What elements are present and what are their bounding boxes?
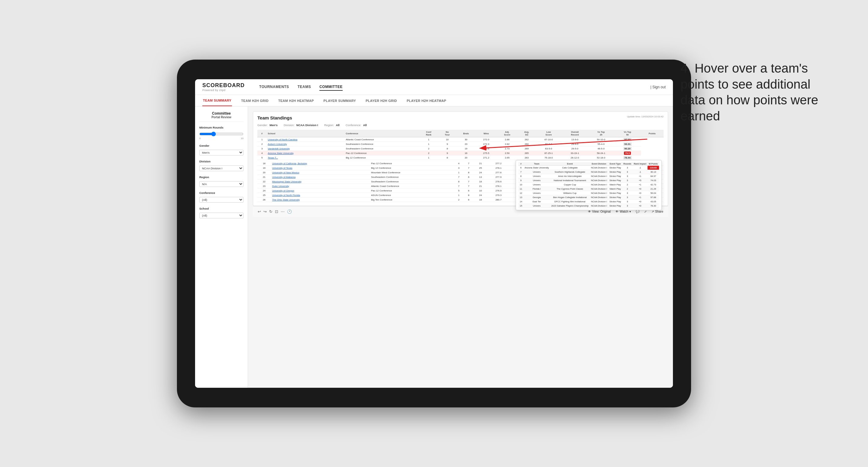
col-vs-top25: Vs Top25 (588, 130, 614, 137)
col-points: Points (641, 130, 663, 137)
sidebar-label-division: Division (199, 160, 244, 163)
col-rank: # (257, 130, 267, 137)
sub-nav-team-h2h-grid[interactable]: TEAM H2H GRID (241, 95, 269, 106)
refresh-icon[interactable]: ↻ (269, 209, 273, 214)
more-icon[interactable]: ⋯ (281, 209, 285, 214)
clock-icon[interactable]: 🕐 (287, 209, 292, 214)
nav-item-committee[interactable]: COMMITTEE (319, 84, 343, 91)
list-item: 8 Univers Amer An Intercollegiate NCAA D… (518, 174, 659, 179)
table-row[interactable]: 1 University of North Carolina Atlantic … (257, 137, 663, 142)
sidebar-section-division: Division NCAA Division I NCAA Division I… (199, 160, 244, 171)
sub-nav-player-h2h-grid[interactable]: PLAYER H2H GRID (365, 95, 398, 106)
list-item: 10 Univers Copper Cup NCAA Division I Ma… (518, 183, 659, 187)
watch-button[interactable]: 👁 Watch ▾ (616, 210, 631, 213)
list-item: 13 Georgia Ben Hogan Collegiate Invitati… (518, 195, 659, 199)
standings-header: Team Standings Update time: 13/03/2024 1… (257, 115, 663, 120)
main-content: Committee Portal Review Minimum Rounds 0… (195, 106, 673, 388)
col-adj-score: Adj.Score (497, 130, 518, 137)
filter-row: Gender: Men's Division: NCAA Division I … (257, 123, 663, 127)
col-avg-sg: Avg.SG (518, 130, 535, 137)
school-select[interactable]: (All) (199, 213, 244, 218)
sidebar-label-school: School (199, 207, 244, 210)
copy-icon[interactable]: ⊡ (275, 209, 278, 214)
expand-button[interactable]: ⤢ (644, 210, 647, 213)
list-item: 11 Florida I The Cypress Point Classic N… (518, 187, 659, 191)
list-item: 14 East Ter DFCC Fighting Illini Invitat… (518, 199, 659, 204)
expand-icon: ⤢ (644, 210, 647, 213)
sub-nav-team-summary[interactable]: TEAM SUMMARY (202, 95, 232, 106)
list-item: 9 Univers National Invitational Tourname… (518, 179, 659, 183)
filter-conference: Conference: All (346, 123, 367, 127)
toolbar-left: ↩ ↪ ↻ ⊡ ⋯ 🕐 (258, 209, 292, 214)
tablet-screen: SCOREBOARD Powered by clipd TOURNAMENTS … (195, 79, 673, 388)
sidebar: Committee Portal Review Minimum Rounds 0… (195, 106, 248, 388)
annotation-text: 4. Hover over a team's points to see add… (681, 61, 832, 124)
sign-out-link[interactable]: | Sign out (651, 85, 666, 89)
share-icon: ↗ (651, 210, 654, 213)
table-header-row: # School Conference ConfRank NoTour Bnds… (257, 130, 663, 137)
tablet-frame: SCOREBOARD Powered by clipd TOURNAMENTS … (177, 60, 691, 407)
col-conference: Conference (344, 130, 419, 137)
range-values: 010 (199, 137, 244, 140)
sidebar-section-school: School (All) (199, 207, 244, 218)
sidebar-label-region: Region (199, 176, 244, 179)
region-select[interactable]: N/A All East West (199, 181, 244, 187)
sidebar-title1: Committee (199, 111, 244, 116)
table-row[interactable]: 3 Vanderbilt University Southeastern Con… (257, 146, 663, 151)
gender-select[interactable]: Men's Women's (199, 150, 244, 155)
popup-header-row: # Team Event Event Division Event Type R… (518, 162, 659, 166)
sidebar-section-conference: Conference (All) Atlantic Coast Conferen… (199, 191, 244, 203)
comment-icon: 💬 (636, 210, 639, 213)
redo-icon[interactable]: ↪ (264, 209, 267, 214)
division-select[interactable]: NCAA Division I NCAA Division II NCAA Di… (199, 165, 244, 171)
sidebar-title2: Portal Review (199, 116, 244, 119)
undo-icon[interactable]: ↩ (258, 209, 261, 214)
col-no-tour: NoTour (438, 130, 456, 137)
view-original-button[interactable]: 👁 View: Original (588, 210, 611, 213)
logo-area: SCOREBOARD Powered by clipd (202, 82, 245, 92)
table-row-highlighted[interactable]: 4 Arizona State University Pac-12 Confer… (257, 151, 663, 155)
col-wins: Wins (476, 130, 496, 137)
col-conf-rank: ConfRank (419, 130, 438, 137)
conference-select[interactable]: (All) Atlantic Coast Conference Big Ten … (199, 197, 244, 203)
sub-nav-player-h2h-heatmap[interactable]: PLAYER H2H HEATMAP (406, 95, 447, 106)
sub-nav: TEAM SUMMARY TEAM H2H GRID TEAM H2H HEAT… (195, 95, 673, 106)
hover-popup-table: # Team Event Event Division Event Type R… (518, 162, 659, 208)
nav-item-teams[interactable]: TEAMS (298, 84, 311, 91)
col-bnds: Bnds (456, 130, 476, 137)
standings-panel: Team Standings Update time: 13/03/2024 1… (253, 111, 668, 206)
sidebar-label-conference: Conference (199, 191, 244, 194)
nav-item-tournaments[interactable]: TOURNAMENTS (259, 84, 289, 91)
watch-icon: 👁 (616, 210, 619, 213)
col-vs-top50: Vs Top50 (614, 130, 641, 137)
col-overall-record: OverallRecord (562, 130, 588, 137)
rounds-range-input[interactable] (199, 131, 244, 136)
content-area: Team Standings Update time: 13/03/2024 1… (248, 106, 673, 388)
nav-items: TOURNAMENTS TEAMS COMMITTEE (259, 84, 641, 91)
nav-bar: SCOREBOARD Powered by clipd TOURNAMENTS … (195, 79, 673, 95)
table-row[interactable]: 5 Texas T... Big 12 Conference 1820 271.… (257, 155, 663, 160)
toolbar-right: 👁 View: Original 👁 Watch ▾ 💬 ⤢ (588, 210, 663, 213)
share-button[interactable]: ↗ Share (651, 210, 663, 213)
table-row[interactable]: 2 Auburn University Southeastern Confere… (257, 142, 663, 146)
filter-gender: Gender: Men's (257, 123, 278, 127)
sidebar-title: Committee Portal Review (199, 111, 244, 122)
logo-sub: Powered by clipd (202, 89, 245, 92)
standings-title: Team Standings (257, 115, 292, 120)
view-icon: 👁 (588, 210, 591, 213)
logo-title: SCOREBOARD (202, 82, 245, 89)
hover-popup: # Team Event Event Division Event Type R… (516, 160, 662, 210)
col-low-score: LowScore (536, 130, 562, 137)
filter-division: Division: NCAA Division I (284, 123, 318, 127)
sub-nav-team-h2h-heatmap[interactable]: TEAM H2H HEATMAP (278, 95, 314, 106)
sidebar-section-rounds: Minimum Rounds 010 (199, 126, 244, 140)
list-item: 6 Arizona State University Cato Collegia… (518, 166, 659, 170)
comment-button[interactable]: 💬 (636, 210, 639, 213)
list-item: 7 Univers Southern Highlands Collegiate … (518, 170, 659, 174)
list-item: 12 Univers Williams Cup NCAA Division I … (518, 191, 659, 195)
standings-table: # School Conference ConfRank NoTour Bnds… (257, 130, 663, 160)
filter-region: Region: All (324, 123, 340, 127)
sidebar-section-region: Region N/A All East West (199, 176, 244, 187)
sub-nav-player-summary[interactable]: PLAYER SUMMARY (323, 95, 356, 106)
update-time: Update time: 13/03/2024 10:03:42 (627, 115, 663, 118)
